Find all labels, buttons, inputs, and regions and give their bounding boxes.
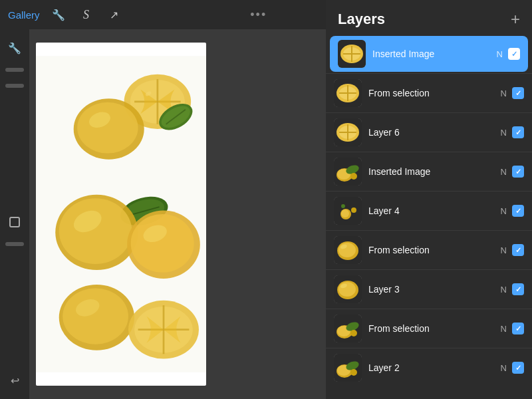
svg-point-65 — [338, 282, 356, 297]
layer-name: From selection — [368, 323, 494, 334]
layer-visibility-checkbox[interactable] — [512, 205, 524, 217]
layer-divider — [326, 73, 532, 74]
modify-sidebar-icon[interactable]: 🔧 — [4, 37, 25, 59]
layer-divider — [326, 191, 532, 192]
layer-thumbnail — [334, 275, 362, 303]
layer-blend-mode: N — [501, 167, 507, 177]
layer-blend-mode: N — [501, 88, 507, 98]
layer-divider — [326, 269, 532, 270]
svg-point-16 — [77, 102, 138, 154]
add-layer-button[interactable]: + — [511, 11, 520, 27]
select-tool-icon[interactable]: S — [77, 5, 96, 24]
svg-point-57 — [351, 207, 356, 213]
layer-row[interactable]: Layer 3N — [326, 271, 532, 307]
brush-size-slider[interactable] — [5, 68, 24, 72]
layer-blend-mode: N — [501, 285, 507, 295]
layer-visibility-checkbox[interactable] — [512, 244, 524, 256]
layer-thumbnail — [334, 197, 362, 225]
svg-point-71 — [350, 330, 357, 336]
layer-row[interactable]: Layer 6N — [326, 114, 532, 150]
svg-point-76 — [350, 369, 357, 376]
gallery-button[interactable]: Gallery — [8, 9, 40, 21]
layer-divider — [326, 230, 532, 231]
layer-divider — [326, 152, 532, 152]
layer-info: Inserted Image — [372, 49, 490, 59]
layer-visibility-checkbox[interactable] — [512, 126, 524, 138]
svg-point-53 — [350, 173, 357, 180]
layer-row[interactable]: Layer 4N — [326, 193, 532, 229]
more-options-button[interactable]: ••• — [250, 8, 267, 22]
layer-row[interactable]: Layer 2N — [326, 350, 532, 386]
layer-divider — [326, 112, 532, 113]
layer-visibility-checkbox[interactable] — [512, 323, 524, 334]
layer-blend-mode: N — [501, 363, 507, 373]
layer-name: Inserted Image — [372, 49, 490, 59]
layer-info: Layer 2 — [368, 362, 494, 373]
drawing-canvas[interactable] — [36, 43, 206, 386]
layer-name: From selection — [368, 245, 494, 255]
opacity-slider[interactable] — [5, 84, 24, 88]
modify-tool-icon[interactable]: 🔧 — [49, 5, 68, 24]
layer-controls: N — [501, 362, 524, 374]
transform-tool-icon[interactable]: ↗ — [105, 5, 124, 24]
layer-thumbnail — [334, 354, 362, 382]
svg-point-25 — [131, 214, 194, 273]
layer-blend-mode: N — [501, 206, 507, 216]
layer-controls: N — [497, 48, 520, 60]
svg-point-61 — [338, 243, 356, 257]
layer-info: Layer 4 — [368, 205, 494, 216]
layer-blend-mode: N — [501, 245, 507, 255]
layer-thumbnail — [334, 118, 362, 146]
layer-thumbnail — [334, 158, 362, 186]
layers-title: Layers — [338, 11, 385, 28]
layers-header: Layers + — [326, 0, 532, 36]
toolbar-center: ••• — [250, 8, 267, 22]
layer-divider — [326, 309, 532, 309]
layer-info: From selection — [368, 245, 494, 255]
layer-thumbnail — [338, 40, 366, 68]
layer-visibility-checkbox[interactable] — [508, 48, 520, 60]
svg-point-28 — [63, 289, 128, 344]
layer-info: Layer 6 — [368, 127, 494, 138]
layer-divider — [326, 348, 532, 348]
layer-name: Layer 6 — [368, 127, 494, 138]
layer-info: From selection — [368, 88, 494, 98]
layer-visibility-checkbox[interactable] — [512, 362, 524, 374]
layer-name: Layer 4 — [368, 205, 494, 216]
layer-visibility-checkbox[interactable] — [512, 166, 524, 178]
layer-controls: N — [501, 323, 524, 334]
layer-controls: N — [501, 166, 524, 178]
layer-controls: N — [501, 205, 524, 217]
selection-tool-sidebar[interactable] — [4, 211, 25, 233]
layers-panel: Layers + Inserted ImageNFrom selectionNL… — [326, 0, 532, 399]
left-sidebar: 🔧 ↩ — [0, 29, 29, 399]
second-brush-slider[interactable] — [5, 242, 24, 246]
svg-point-56 — [341, 209, 349, 217]
layer-controls: N — [501, 126, 524, 138]
layer-row[interactable]: From selectionN — [326, 75, 532, 111]
layer-row[interactable]: Inserted ImageN — [330, 36, 528, 72]
layer-thumbnail — [334, 79, 362, 107]
layer-info: Inserted Image — [368, 166, 494, 177]
layer-thumbnail — [334, 315, 362, 342]
layer-name: Inserted Image — [368, 166, 494, 177]
layer-info: Layer 3 — [368, 284, 494, 295]
layer-row[interactable]: From selectionN — [326, 311, 532, 346]
layer-visibility-checkbox[interactable] — [512, 87, 524, 99]
undo-button[interactable]: ↩ — [4, 370, 25, 391]
layer-name: Layer 3 — [368, 284, 494, 295]
layer-visibility-checkbox[interactable] — [512, 283, 524, 295]
layer-name: Layer 2 — [368, 362, 494, 373]
layer-controls: N — [501, 87, 524, 99]
layer-row[interactable]: Inserted ImageN — [326, 154, 532, 190]
toolbar-left: Gallery 🔧 S ↗ — [8, 5, 124, 24]
layer-controls: N — [501, 244, 524, 256]
layer-controls: N — [501, 283, 524, 295]
layer-row[interactable]: From selectionN — [326, 232, 532, 268]
svg-point-22 — [59, 198, 132, 264]
svg-rect-5 — [10, 217, 19, 227]
layer-blend-mode: N — [501, 128, 507, 138]
layer-info: From selection — [368, 323, 494, 334]
layers-list: Inserted ImageNFrom selectionNLayer 6NIn… — [326, 36, 532, 386]
svg-point-58 — [341, 204, 345, 208]
